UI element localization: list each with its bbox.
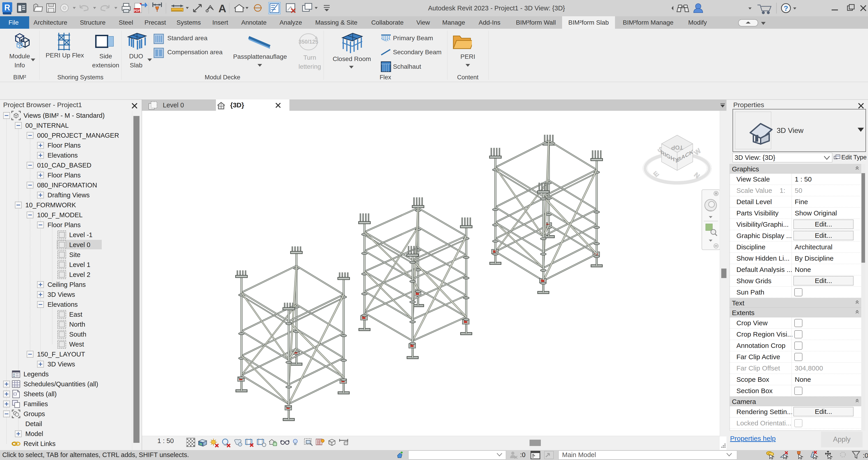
- svg-text:A: A: [218, 2, 226, 14]
- svg-text:?: ?: [784, 4, 788, 12]
- svg-text:PDF: PDF: [134, 9, 140, 12]
- svg-text::0: :0: [863, 452, 868, 459]
- svg-text:350/125: 350/125: [299, 39, 318, 45]
- svg-text:TOP: TOP: [671, 144, 683, 151]
- svg-text:R: R: [4, 3, 10, 12]
